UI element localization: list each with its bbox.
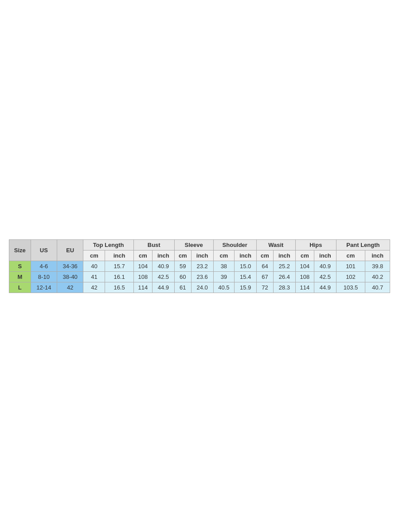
table-cell: 42 xyxy=(57,282,83,293)
table-cell: 108 xyxy=(133,271,152,282)
sub-header-inch-2: inch xyxy=(153,250,175,261)
table-cell: 44.9 xyxy=(153,282,175,293)
size-chart-wrapper: Size US EU Top Length Bust Sleeve Should… xyxy=(9,239,390,293)
table-cell: 41 xyxy=(83,271,105,282)
sub-header-cm-2: cm xyxy=(133,250,152,261)
table-cell: 40.2 xyxy=(365,271,390,282)
col-header-top-length: Top Length xyxy=(83,239,133,250)
sub-header-inch-1: inch xyxy=(105,250,133,261)
table-cell: 67 xyxy=(256,271,273,282)
table-cell: 15.9 xyxy=(235,282,257,293)
sub-header-inch-5: inch xyxy=(274,250,296,261)
table-cell: 16.5 xyxy=(105,282,133,293)
table-cell: 40.7 xyxy=(365,282,390,293)
col-header-size: Size xyxy=(9,239,31,261)
table-cell: 15.4 xyxy=(235,271,257,282)
table-cell: 40 xyxy=(83,261,105,271)
sub-header-cm-1: cm xyxy=(83,250,105,261)
col-header-sleeve: Sleeve xyxy=(174,239,213,250)
table-cell: 102 xyxy=(336,271,365,282)
table-cell: 42.5 xyxy=(314,271,336,282)
sub-header-inch-7: inch xyxy=(365,250,390,261)
table-cell: S xyxy=(9,261,31,271)
table-cell: 39.8 xyxy=(365,261,390,271)
table-cell: 25.2 xyxy=(274,261,296,271)
table-cell: 23.6 xyxy=(191,271,213,282)
table-cell: 40.9 xyxy=(153,261,175,271)
table-cell: 40.9 xyxy=(314,261,336,271)
table-cell: 34-36 xyxy=(57,261,83,271)
table-cell: 42 xyxy=(83,282,105,293)
sub-header-inch-6: inch xyxy=(314,250,336,261)
sub-header-inch-3: inch xyxy=(191,250,213,261)
table-cell: 40.5 xyxy=(213,282,235,293)
col-header-wasit: Wasit xyxy=(256,239,295,250)
table-cell: 60 xyxy=(174,271,191,282)
table-cell: 38-40 xyxy=(57,271,83,282)
table-cell: 42.5 xyxy=(153,271,175,282)
col-header-eu: EU xyxy=(57,239,83,261)
table-cell: 59 xyxy=(174,261,191,271)
sub-header-cm-7: cm xyxy=(336,250,365,261)
table-cell: 38 xyxy=(213,261,235,271)
sub-header-cm-4: cm xyxy=(213,250,235,261)
col-header-pant-length: Pant Length xyxy=(336,239,390,250)
table-cell: 28.3 xyxy=(274,282,296,293)
sub-header-cm-5: cm xyxy=(256,250,273,261)
table-cell: 114 xyxy=(133,282,152,293)
sub-header-inch-4: inch xyxy=(235,250,257,261)
table-cell: 61 xyxy=(174,282,191,293)
table-cell: 44.9 xyxy=(314,282,336,293)
table-cell: 104 xyxy=(133,261,152,271)
table-cell: 39 xyxy=(213,271,235,282)
table-cell: 23.2 xyxy=(191,261,213,271)
table-row: L12-14424216.511444.96124.040.515.97228.… xyxy=(9,282,390,293)
table-cell: 12-14 xyxy=(31,282,57,293)
table-cell: 4-6 xyxy=(31,261,57,271)
sub-header-cm-3: cm xyxy=(174,250,191,261)
table-cell: 15.7 xyxy=(105,261,133,271)
table-cell: 64 xyxy=(256,261,273,271)
col-header-shoulder: Shoulder xyxy=(213,239,256,250)
table-cell: 104 xyxy=(295,261,314,271)
col-header-bust: Bust xyxy=(133,239,174,250)
table-cell: 24.0 xyxy=(191,282,213,293)
table-cell: 108 xyxy=(295,271,314,282)
table-cell: M xyxy=(9,271,31,282)
table-cell: 26.4 xyxy=(274,271,296,282)
table-cell: 103.5 xyxy=(336,282,365,293)
table-cell: 16.1 xyxy=(105,271,133,282)
table-cell: 114 xyxy=(295,282,314,293)
table-row: M8-1038-404116.110842.56023.63915.46726.… xyxy=(9,271,390,282)
col-header-hips: Hips xyxy=(295,239,336,250)
sub-header-cm-6: cm xyxy=(295,250,314,261)
table-cell: 72 xyxy=(256,282,273,293)
table-cell: 15.0 xyxy=(235,261,257,271)
col-header-us: US xyxy=(31,239,57,261)
table-row: S4-634-364015.710440.95923.23815.06425.2… xyxy=(9,261,390,271)
table-cell: 101 xyxy=(336,261,365,271)
table-cell: 8-10 xyxy=(31,271,57,282)
table-cell: L xyxy=(9,282,31,293)
size-chart-table: Size US EU Top Length Bust Sleeve Should… xyxy=(9,239,390,293)
